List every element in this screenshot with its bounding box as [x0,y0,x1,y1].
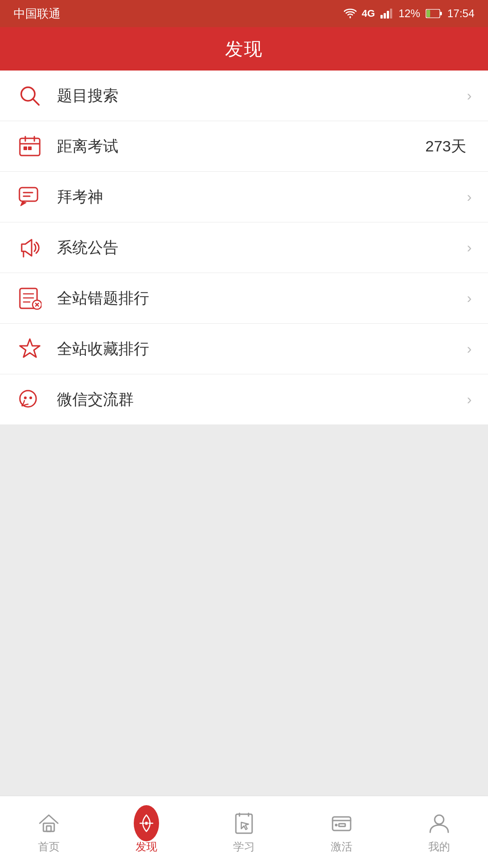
svg-rect-30 [43,823,54,831]
menu-item-notice[interactable]: 系统公告 › [0,222,488,273]
wechat-icon [16,386,43,413]
svg-rect-3 [390,9,392,19]
study-icon [231,811,257,836]
time-label: 17:54 [447,7,474,20]
nav-item-discover[interactable]: 发现 [98,796,195,868]
nav-item-activate[interactable]: 激活 [293,796,390,868]
discover-icon [134,811,159,836]
notice-arrow: › [467,239,472,256]
home-icon [36,811,61,836]
calendar-icon [16,133,43,160]
wechat-arrow: › [467,391,472,408]
svg-rect-1 [384,13,386,19]
search-label: 题目搜索 [57,85,467,106]
content-area [0,425,488,805]
menu-item-collect-rank[interactable]: 全站收藏排行 › [0,324,488,374]
svg-rect-2 [387,11,389,19]
status-bar: 中国联通 4G 12% 17:54 [0,0,488,27]
home-nav-label: 首页 [38,840,60,854]
exam-countdown-label: 距离考试 [57,136,425,157]
nav-item-mine[interactable]: 我的 [390,796,488,868]
wechat-label: 微信交流群 [57,389,467,410]
svg-rect-37 [339,824,345,826]
menu-item-exam-countdown[interactable]: 距离考试 273天 [0,121,488,172]
menu-item-worship[interactable]: 拜考神 › [0,172,488,222]
status-right: 4G 12% 17:54 [344,7,474,20]
activate-nav-label: 激活 [331,840,352,854]
search-arrow: › [467,87,472,104]
wrong-rank-label: 全站错题排行 [57,288,467,309]
svg-line-8 [33,99,39,105]
wrong-rank-arrow: › [467,290,472,307]
worship-label: 拜考神 [57,187,467,208]
bottom-nav: 首页 发现 学习 [0,796,488,868]
worship-arrow: › [467,189,472,205]
menu-item-search[interactable]: 题目搜索 › [0,71,488,121]
search-icon [16,82,43,109]
nav-item-study[interactable]: 学习 [195,796,293,868]
nav-item-home[interactable]: 首页 [0,796,98,868]
battery-icon [426,9,442,18]
star-icon [16,335,43,363]
notice-label: 系统公告 [57,237,467,258]
speaker-icon [16,234,43,261]
study-nav-label: 学习 [233,840,255,854]
wifi-icon [344,9,357,19]
svg-point-36 [335,824,338,826]
mine-nav-label: 我的 [428,840,450,854]
battery-label: 12% [399,7,420,20]
svg-marker-26 [20,339,40,357]
svg-rect-14 [28,146,32,150]
comment-icon [16,184,43,211]
svg-rect-0 [380,15,383,19]
exam-countdown-value: 273天 [425,136,466,157]
svg-rect-31 [47,826,51,831]
signal-icon [380,9,393,19]
collect-rank-label: 全站收藏排行 [57,339,467,359]
discover-nav-label: 发现 [136,840,157,854]
menu-item-wrong-rank[interactable]: 全站错题排行 › [0,273,488,324]
activate-icon [329,811,354,836]
menu-item-wechat[interactable]: 微信交流群 › [0,374,488,425]
svg-point-33 [145,821,148,825]
svg-rect-6 [440,12,442,15]
wrong-list-icon [16,285,43,312]
page-header: 发现 [0,27,488,71]
svg-rect-15 [19,188,38,201]
svg-point-29 [29,396,32,399]
svg-rect-5 [427,10,430,17]
page-title: 发现 [225,37,263,61]
menu-list: 题目搜索 › 距离考试 273天 拜考神 › [0,71,488,425]
svg-point-28 [24,396,27,399]
svg-rect-34 [236,814,252,833]
svg-rect-13 [23,146,27,150]
carrier-label: 中国联通 [14,6,61,22]
collect-rank-arrow: › [467,340,472,357]
signal-label: 4G [362,8,375,19]
mine-icon [427,811,452,836]
svg-point-38 [435,815,444,824]
